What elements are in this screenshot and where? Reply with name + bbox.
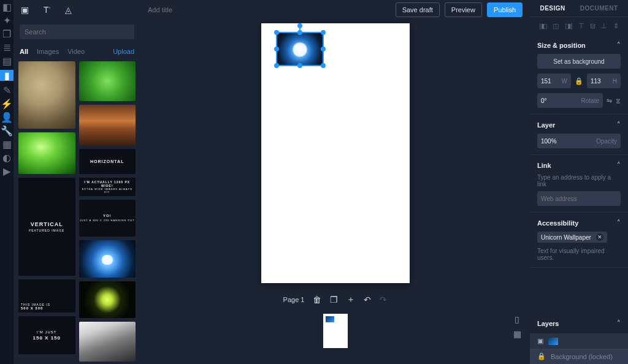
size-position-header[interactable]: Size & position˄	[537, 41, 621, 49]
height-input[interactable]: 113H	[587, 74, 621, 88]
flip-h-icon[interactable]: ⇋	[607, 97, 612, 105]
tab-design[interactable]: DESIGN	[540, 5, 565, 12]
title-input[interactable]	[148, 6, 391, 13]
resize-handle-e[interactable]	[321, 47, 326, 51]
link-input[interactable]	[537, 191, 621, 206]
section-link: Link˄ Type an address to apply a link	[530, 155, 628, 213]
alt-text-tag[interactable]: Unicorn Wallpaper✕	[537, 232, 607, 243]
shape-tool-icon[interactable]: ◬	[65, 5, 72, 15]
set-background-button[interactable]: Set as background	[537, 54, 621, 69]
view-toggle: ▯ ▦	[511, 314, 523, 339]
duplicate-page-icon[interactable]: ❐	[330, 295, 338, 305]
accessibility-header[interactable]: Accessibility˄	[537, 219, 621, 227]
rail-icon-2[interactable]: ✦	[2, 16, 11, 25]
tab-document[interactable]: DOCUMENT	[580, 5, 618, 12]
text-tool-icon[interactable]: T◦	[44, 5, 50, 15]
rail-icon-3[interactable]: ❐	[2, 29, 11, 38]
align-middle-icon[interactable]: ⊟	[590, 22, 595, 30]
rail-icon-11[interactable]: ▦	[2, 140, 11, 148]
resize-handle-ne[interactable]	[321, 30, 326, 35]
resize-handle-se[interactable]	[321, 63, 326, 68]
rail-icon-4[interactable]: ≣	[2, 43, 11, 51]
layers-header[interactable]: Layers˄	[537, 319, 621, 327]
redo-icon[interactable]: ↷	[380, 295, 387, 305]
page-canvas[interactable]	[261, 23, 410, 283]
align-bottom-icon[interactable]: ⊥	[601, 22, 607, 30]
tab-video[interactable]: Video	[67, 48, 85, 55]
thumb-horizontal[interactable]: HORIZONTAL	[79, 149, 136, 175]
width-input[interactable]: 151W	[537, 74, 571, 88]
view-single-icon[interactable]: ▯	[511, 314, 523, 325]
thumb-500x300[interactable]: THIS IMAGE IS 500 X 300	[18, 279, 75, 313]
page-thumbnail[interactable]	[323, 314, 348, 348]
rail-icon-12[interactable]: ◐	[2, 153, 11, 162]
preview-button[interactable]: Preview	[445, 2, 482, 17]
resize-handle-nw[interactable]	[274, 30, 279, 35]
rail-icon-1[interactable]: ◧	[2, 2, 11, 11]
top-bar: Save draft Preview Publish	[140, 0, 530, 20]
media-side-panel: All Images Video Upload VERTICAL FEATURE…	[13, 20, 140, 364]
lock-icon: 🔒	[537, 352, 546, 360]
remove-tag-icon[interactable]: ✕	[596, 233, 603, 241]
thumb-leaf[interactable]	[18, 132, 75, 174]
resize-handle-w[interactable]	[274, 47, 279, 51]
tab-all[interactable]: All	[20, 48, 28, 55]
canvas-area: Page 1 🗑 ❐ ＋ ↶ ↷	[140, 20, 530, 364]
rail-icon-7[interactable]: ✎	[2, 86, 11, 94]
layer-image-row[interactable]: ▣	[530, 333, 628, 349]
upload-link[interactable]: Upload	[113, 48, 134, 55]
image-tool-icon[interactable]: ▣	[21, 5, 29, 15]
rotate-handle[interactable]	[297, 23, 302, 28]
view-grid-icon[interactable]: ▦	[511, 328, 523, 339]
publish-button[interactable]: Publish	[487, 2, 523, 17]
right-panel: DESIGN DOCUMENT |◧ ◫ ◨| ⊤ ⊟ ⊥ ⇕ Size & p…	[530, 0, 628, 364]
media-search[interactable]	[20, 25, 134, 39]
flip-v-icon[interactable]: ⧖	[616, 97, 621, 105]
thumb-yo[interactable]: YO! JUST A 300 X 200 HANGING OUT	[79, 200, 136, 236]
align-stretch-icon[interactable]: ⇕	[613, 22, 619, 30]
section-layer: Layer˄ 100%Opacity	[530, 115, 628, 155]
layer-header[interactable]: Layer˄	[537, 121, 621, 129]
rotation-input[interactable]: 0°Rotate	[537, 93, 603, 108]
image-layer-icon: ▣	[537, 337, 543, 345]
opacity-input[interactable]: 100%Opacity	[537, 134, 621, 148]
tool-row: ▣ T◦ ◬	[13, 0, 140, 20]
link-hint: Type an address to apply a link	[537, 174, 621, 188]
thumb-triforce[interactable]	[79, 281, 136, 317]
thumb-vertical[interactable]: VERTICAL FEATURED IMAGE	[18, 178, 75, 276]
rail-icon-8[interactable]: ⚡	[2, 99, 11, 108]
selected-image[interactable]	[276, 32, 324, 66]
thumb-wood[interactable]	[79, 105, 136, 145]
rail-icon-13[interactable]: ▶	[2, 167, 11, 175]
rail-icon-9[interactable]: 👤	[2, 113, 11, 121]
undo-icon[interactable]: ↶	[364, 295, 371, 305]
thumb-bw[interactable]	[79, 322, 136, 362]
align-top-icon[interactable]: ⊤	[578, 22, 584, 30]
rail-icon-media[interactable]: ▮	[0, 70, 13, 81]
align-center-icon[interactable]: ◫	[553, 22, 559, 30]
thumb-glasses[interactable]	[18, 61, 75, 129]
tab-images[interactable]: Images	[37, 48, 59, 55]
align-left-icon[interactable]: |◧	[539, 22, 547, 30]
thumb-150[interactable]: I'M JUST 150 X 150	[18, 316, 75, 354]
link-header[interactable]: Link˄	[537, 161, 621, 169]
align-right-icon[interactable]: ◨|	[565, 22, 573, 30]
media-tabs: All Images Video Upload	[13, 44, 140, 59]
resize-handle-n[interactable]	[297, 30, 302, 35]
delete-page-icon[interactable]: 🗑	[313, 295, 321, 305]
resize-handle-sw[interactable]	[274, 63, 279, 68]
chevron-up-icon: ˄	[617, 161, 621, 169]
layer-background-row[interactable]: 🔒 Background (locked)	[530, 349, 628, 364]
resize-handle-s[interactable]	[297, 63, 302, 68]
rail-icon-5[interactable]: ▤	[2, 56, 11, 65]
lock-aspect-icon[interactable]: 🔒	[575, 77, 583, 85]
media-search-input[interactable]	[25, 28, 129, 36]
thumb-1200[interactable]: I'M ACTUALLY 1200 PX WIDE! EXTRA WIDE IM…	[79, 178, 136, 196]
thumb-fern[interactable]	[79, 61, 136, 101]
rail-icon-10[interactable]: 🔧	[2, 126, 11, 135]
section-accessibility: Accessibility˄ Unicorn Wallpaper✕ Text f…	[530, 213, 628, 268]
thumb-unicorn[interactable]	[79, 240, 136, 278]
layer-bg-label: Background (locked)	[551, 353, 613, 360]
save-draft-button[interactable]: Save draft	[396, 2, 440, 17]
add-page-icon[interactable]: ＋	[347, 294, 355, 305]
